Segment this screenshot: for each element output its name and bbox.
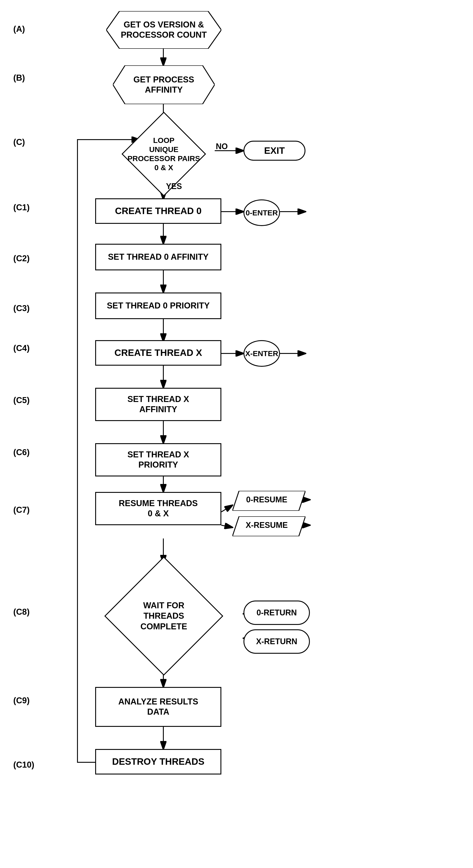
node-get-os-text: GET OS VERSION & PROCESSOR COUNT (106, 20, 221, 40)
label-c5: (C5) (13, 396, 30, 405)
node-set-thread0-priority-text: SET THREAD 0 PRIORITY (107, 301, 210, 311)
node-exit: EXIT (243, 141, 305, 161)
node-loop-text: LOOPUNIQUEPROCESSOR PAIRS0 & X (128, 136, 200, 172)
arrows-svg (0, 0, 473, 868)
node-wait-text: WAIT FORTHREADSCOMPLETE (140, 600, 187, 632)
svg-text:0-RESUME: 0-RESUME (246, 495, 287, 504)
label-c9: (C9) (13, 696, 30, 705)
node-resume-threads: RESUME THREADS0 & X (95, 492, 221, 525)
label-c: (C) (13, 137, 25, 147)
node-set-thread-x-affinity: SET THREAD XAFFINITY (95, 388, 221, 421)
node-0-resume: 0-RESUME (232, 491, 305, 511)
node-create-thread-x-text: CREATE THREAD X (114, 347, 202, 358)
label-c2: (C2) (13, 254, 30, 263)
no-label: NO (216, 142, 228, 151)
node-create-thread-x: CREATE THREAD X (95, 340, 221, 366)
label-b: (B) (13, 73, 25, 83)
node-set-thread-x-priority-text: SET THREAD XPRIORITY (128, 450, 189, 470)
node-analyze-results: ANALYZE RESULTSDATA (95, 687, 221, 727)
yes-label: YES (166, 182, 182, 191)
label-c3: (C3) (13, 304, 30, 313)
node-wait-diamond: WAIT FORTHREADSCOMPLETE (108, 561, 219, 672)
node-set-thread0-affinity-text: SET THREAD 0 AFFINITY (108, 252, 209, 262)
node-get-process: GET PROCESSAFFINITY (113, 65, 215, 104)
node-x-enter-text: X-ENTER (245, 349, 278, 358)
label-c1: (C1) (13, 203, 30, 212)
node-0-return: 0-RETURN (243, 600, 310, 625)
flowchart-diagram: (A) GET OS VERSION & PROCESSOR COUNT (B)… (0, 0, 473, 868)
node-x-return-text: X-RETURN (256, 637, 297, 646)
node-set-thread0-affinity: SET THREAD 0 AFFINITY (95, 244, 221, 270)
node-0-enter-text: 0-ENTER (246, 209, 278, 217)
node-get-os: GET OS VERSION & PROCESSOR COUNT (106, 11, 221, 49)
node-exit-text: EXIT (264, 145, 284, 156)
label-c8: (C8) (13, 607, 30, 617)
node-get-process-text: GET PROCESSAFFINITY (133, 75, 194, 95)
label-a: (A) (13, 24, 25, 34)
node-x-enter: X-ENTER (243, 340, 280, 367)
node-create-thread0-text: CREATE THREAD 0 (115, 206, 201, 217)
node-x-resume: X-RESUME (232, 516, 305, 536)
node-set-thread-x-affinity-text: SET THREAD XAFFINITY (128, 394, 189, 414)
label-c4: (C4) (13, 343, 30, 353)
svg-line-15 (221, 505, 232, 512)
node-set-thread-x-priority: SET THREAD XPRIORITY (95, 443, 221, 476)
node-x-return: X-RETURN (243, 629, 310, 654)
node-create-thread0: CREATE THREAD 0 (95, 198, 221, 224)
node-loop-diamond: LOOPUNIQUEPROCESSOR PAIRS0 & X (115, 125, 212, 183)
label-c6: (C6) (13, 447, 30, 457)
node-0-enter: 0-ENTER (243, 199, 280, 226)
node-destroy-threads: DESTROY THREADS (95, 749, 221, 774)
node-resume-threads-text: RESUME THREADS0 & X (119, 498, 198, 519)
node-0-return-text: 0-RETURN (257, 608, 297, 617)
node-set-thread0-priority: SET THREAD 0 PRIORITY (95, 292, 221, 319)
label-c10: (C10) (13, 760, 34, 770)
svg-text:X-RESUME: X-RESUME (246, 521, 288, 530)
svg-line-17 (221, 525, 232, 527)
label-c7: (C7) (13, 505, 30, 515)
node-destroy-threads-text: DESTROY THREADS (112, 756, 204, 767)
node-analyze-results-text: ANALYZE RESULTSDATA (118, 697, 198, 717)
